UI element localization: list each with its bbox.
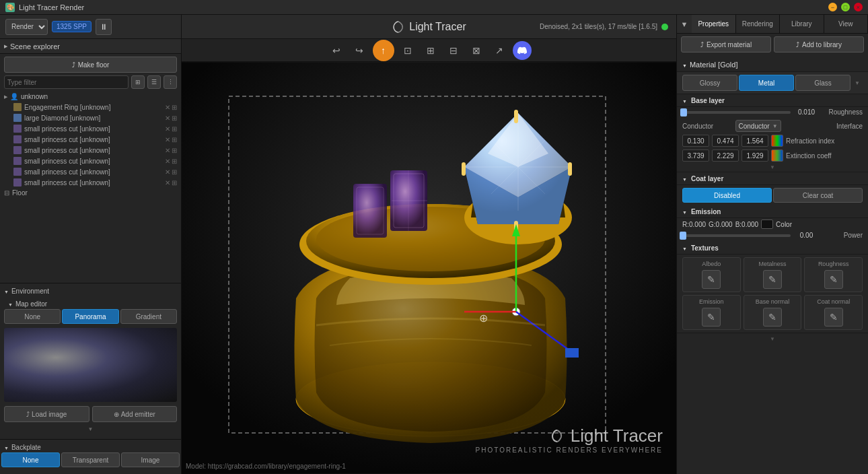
item-label: large Diamond [unknown] [24,114,100,122]
close-button[interactable]: × [854,3,863,11]
item-delete[interactable]: ✕ [165,114,170,122]
power-handle[interactable] [680,232,686,240]
tab-gradient[interactable]: Gradient [120,309,177,324]
tab-library[interactable]: Library [780,15,824,33]
grid-button[interactable]: ⊞ [421,41,440,60]
conductor-dropdown[interactable]: Conductor ▼ [735,120,781,132]
mat-tab-metal[interactable]: Metal [739,75,794,91]
item-delete[interactable]: ✕ [165,147,170,154]
tex-emission-add[interactable]: ✎ [702,308,721,327]
roughness-value[interactable]: 0.010 [795,108,818,116]
item-eye[interactable]: ⊞ [172,104,177,111]
tab-none[interactable]: None [4,309,61,324]
map-editor-header[interactable]: Map editor [4,299,177,309]
transform-button[interactable]: ↑ [373,40,394,61]
frame-button[interactable]: ⊡ [398,41,417,60]
pause-button[interactable]: ⏸ [96,19,112,35]
roughness-handle[interactable] [680,108,687,116]
redo-button[interactable]: ↪ [350,41,369,60]
mat-tab-glossy[interactable]: Glossy [682,75,737,91]
tex-coat-normal-add[interactable]: ✎ [824,308,843,327]
backplate-tab-transparent[interactable]: Transparent [61,452,120,467]
item-eye[interactable]: ⊞ [172,168,177,176]
roughness-track[interactable] [682,111,791,114]
item-delete[interactable]: ✕ [165,125,170,133]
item-delete[interactable]: ✕ [165,136,170,143]
bottom-expand-icon[interactable]: ▼ [770,336,775,342]
list-item[interactable]: small princess cut [unknown] ✕ ⊞ [0,166,181,177]
tab-panorama[interactable]: Panorama [62,309,118,324]
item-delete[interactable]: ✕ [165,158,170,165]
tex-albedo-add[interactable]: ✎ [702,270,721,289]
list-item[interactable]: small princess cut [unknown] ✕ ⊞ [0,123,181,134]
tex-metalness-add[interactable]: ✎ [763,270,782,289]
mat-tab-expand[interactable]: ▼ [852,75,863,91]
export-material-button[interactable]: ⤴ Export material [681,36,771,53]
split-button[interactable]: ⊠ [467,41,486,60]
window-controls[interactable]: − □ × [828,3,863,11]
panel-filter-icon[interactable]: ▼ [677,15,692,33]
power-track[interactable] [682,234,791,237]
tab-view[interactable]: View [824,15,869,33]
tab-rendering[interactable]: Rendering [736,15,781,33]
tex-emission: Emission ✎ [682,295,741,330]
make-floor-button[interactable]: ⤴ Make floor [4,57,177,73]
undo-button[interactable]: ↩ [327,41,346,60]
add-emitter-button[interactable]: ⊕ Add emitter [92,406,178,422]
extinction-r[interactable]: 3.739 [682,149,709,162]
base-expand-icon[interactable]: ▼ [770,164,775,170]
render-mode-select[interactable]: Render [5,19,48,35]
environment-header[interactable]: Environment [0,286,181,296]
tab-properties[interactable]: Properties [692,15,736,33]
list-item[interactable]: small princess cut [unknown] ✕ ⊞ [0,134,181,145]
tex-base-normal-add[interactable]: ✎ [763,308,782,327]
mat-tab-glass[interactable]: Glass [795,75,851,91]
add-to-library-button[interactable]: ⤴ Add to library [774,36,864,53]
backplate-header[interactable]: Backplate [0,442,181,452]
item-delete[interactable]: ✕ [165,168,170,176]
item-delete[interactable]: ✕ [165,104,170,111]
filter-input[interactable] [4,75,129,89]
refraction-r[interactable]: 0.130 [682,135,709,147]
power-value[interactable]: 0.00 [795,232,818,239]
list-item[interactable]: large Diamond [unknown] ✕ ⊞ [0,112,181,123]
list-item[interactable]: small princess cut [unknown] ✕ ⊞ [0,145,181,156]
coat-disabled-button[interactable]: Disabled [682,188,772,203]
emission-color-swatch[interactable] [761,219,773,229]
extinction-b[interactable]: 1.929 [742,149,768,162]
list-item[interactable]: small princess cut [unknown] ✕ ⊞ [0,177,181,188]
grid2-button[interactable]: ⊟ [444,41,463,60]
maximize-button[interactable]: □ [841,3,850,11]
tex-roughness-add[interactable]: ✎ [824,270,843,289]
item-eye[interactable]: ⊞ [172,147,177,154]
expand-icon[interactable]: ▼ [88,426,94,432]
floor-item[interactable]: ⊟ Floor [0,188,181,198]
list-item[interactable]: Engagement Ring [unknown] ✕ ⊞ [0,102,181,112]
filter-icon-3[interactable]: ⋮ [164,75,177,89]
arrow-button[interactable]: ↗ [490,41,509,60]
scene-tree: 👤 unknown Engagement Ring [unknown] ✕ ⊞ … [0,90,181,283]
item-eye[interactable]: ⊞ [172,125,177,133]
backplate-tab-none[interactable]: None [1,452,60,467]
tree-group-unknown[interactable]: 👤 unknown [0,92,181,102]
refraction-g[interactable]: 0.474 [712,135,739,147]
filter-icon-2[interactable]: ☰ [147,75,161,89]
item-eye[interactable]: ⊞ [172,179,177,187]
right-panel: ▼ Properties Rendering Library View ⤴ Ex… [676,15,868,474]
refraction-b[interactable]: 1.564 [742,135,768,147]
item-eye[interactable]: ⊞ [172,114,177,122]
item-eye[interactable]: ⊞ [172,136,177,143]
filter-icon-1[interactable]: ⊞ [131,75,145,89]
minimize-button[interactable]: − [828,3,837,11]
item-delete[interactable]: ✕ [165,179,170,187]
item-eye[interactable]: ⊞ [172,158,177,165]
left-panel: Render 1325 SPP ⏸ Scene explorer ⤴ Make … [0,15,182,474]
list-item[interactable]: small princess cut [unknown] ✕ ⊞ [0,156,181,166]
extinction-g[interactable]: 2.229 [712,149,739,162]
coat-clear-button[interactable]: Clear coat [773,188,863,203]
backplate-tab-image[interactable]: Image [121,452,180,467]
extinction-row: 3.739 2.229 1.929 Extinction coeff [677,148,868,163]
load-image-button[interactable]: ⤴ Load image [4,406,89,422]
viewport-content[interactable]: ⊕ Light Tracer PHOTOREALISTIC RENDERS [182,62,676,474]
discord-button[interactable] [513,41,532,60]
